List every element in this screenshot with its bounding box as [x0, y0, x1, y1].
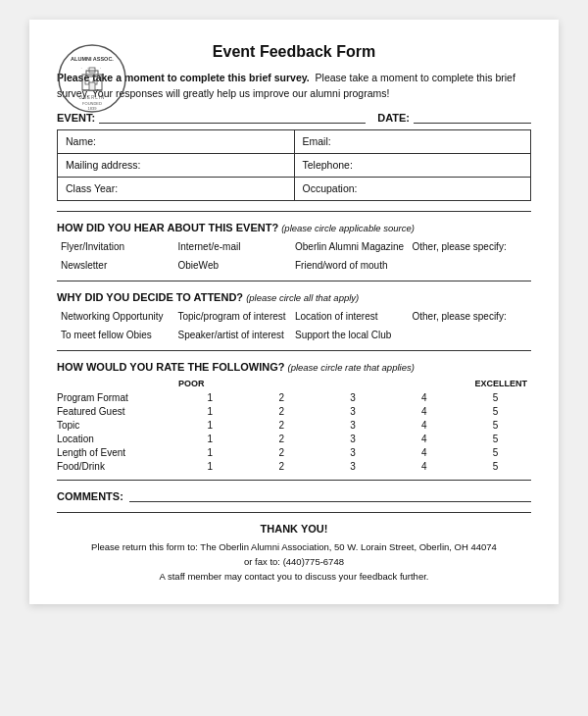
list-item[interactable]: Newsletter	[61, 258, 176, 273]
rating-option[interactable]: 1	[200, 434, 220, 444]
rating-option[interactable]: 1	[200, 392, 220, 403]
section2-note: (please circle all that apply)	[246, 292, 359, 303]
rating-option[interactable]: 1	[200, 420, 220, 431]
list-item[interactable]: To meet fellow Obies	[61, 328, 176, 342]
list-item[interactable]: Internet/e-mail	[178, 239, 294, 254]
list-item[interactable]: Topic/program of interest	[178, 309, 294, 324]
list-item[interactable]: ObieWeb	[178, 258, 294, 273]
rating-row-food: Food/Drink 1 2 3 4 5	[57, 461, 531, 472]
rating-item-label: Food/Drink	[57, 461, 174, 472]
svg-rect-9	[89, 82, 95, 90]
logo-area: ALUMNI ASSOC. · · · · OBERLIN FOUNDED 18…	[57, 43, 127, 116]
divider-3	[57, 350, 531, 351]
rating-numbers: 1 2 3 4 5	[174, 406, 531, 417]
form-title: Event Feedback Form	[57, 43, 531, 61]
section3-title: HOW WOULD YOU RATE THE FOLLOWING? (pleas…	[57, 361, 531, 373]
rating-item-label: Length of Event	[57, 447, 174, 458]
list-item[interactable]: Location of interest	[295, 309, 411, 324]
logo-icon: ALUMNI ASSOC. · · · · OBERLIN FOUNDED 18…	[57, 43, 127, 114]
rating-option[interactable]: 5	[486, 420, 506, 431]
list-item	[413, 258, 528, 273]
footer-line3: A staff member may contact you to discus…	[57, 569, 531, 584]
rating-option[interactable]: 2	[271, 447, 291, 458]
list-item[interactable]: Other, please specify:	[413, 309, 528, 324]
form-header: ALUMNI ASSOC. · · · · OBERLIN FOUNDED 18…	[57, 43, 531, 61]
svg-text:OBERLIN: OBERLIN	[79, 95, 106, 100]
rating-option[interactable]: 4	[415, 447, 434, 458]
rating-option[interactable]: 1	[200, 461, 220, 472]
rating-numbers: 1 2 3 4 5	[174, 447, 531, 458]
rating-option[interactable]: 5	[486, 434, 506, 444]
list-item[interactable]: Speaker/artist of interest	[178, 328, 294, 342]
list-item[interactable]: Networking Opportunity	[61, 309, 176, 324]
rating-option[interactable]: 2	[271, 406, 291, 417]
section2-options: Networking Opportunity Topic/program of …	[57, 309, 531, 342]
event-input-line[interactable]	[99, 110, 366, 124]
rating-option[interactable]: 4	[415, 434, 434, 444]
rating-option[interactable]: 3	[343, 420, 363, 431]
rating-option[interactable]: 2	[271, 392, 291, 403]
rating-option[interactable]: 4	[415, 420, 434, 431]
rating-option[interactable]: 5	[486, 447, 506, 458]
email-field[interactable]: Email:	[294, 129, 531, 153]
occupation-field[interactable]: Occupation:	[294, 177, 531, 200]
rating-row-topic: Topic 1 2 3 4 5	[57, 420, 531, 431]
svg-rect-4	[86, 71, 98, 77]
rating-item-label: Location	[57, 434, 174, 444]
name-field[interactable]: Name:	[58, 129, 295, 153]
rating-option[interactable]: 2	[271, 434, 291, 444]
rating-section: POOR EXCELLENT Program Format 1 2 3 4 5 …	[57, 379, 531, 472]
rating-row-program: Program Format 1 2 3 4 5	[57, 392, 531, 403]
section1-options: Flyer/Invitation Internet/e-mail Oberlin…	[57, 239, 531, 273]
rating-option[interactable]: 3	[343, 461, 363, 472]
rating-option[interactable]: 3	[343, 406, 363, 417]
rating-item-label: Featured Guest	[57, 406, 174, 417]
rating-option[interactable]: 3	[343, 447, 363, 458]
section1-note: (please circle applicable source)	[281, 223, 415, 233]
event-date-row: EVENT: DATE:	[57, 110, 531, 124]
divider-1	[57, 211, 531, 212]
rating-option[interactable]: 5	[486, 406, 506, 417]
svg-text:· · · ·: · · · ·	[81, 66, 104, 71]
rating-option[interactable]: 3	[343, 392, 363, 403]
rating-option[interactable]: 2	[271, 461, 291, 472]
list-item[interactable]: Friend/word of mouth	[295, 258, 411, 273]
list-item	[413, 328, 528, 342]
list-item[interactable]: Oberlin Alumni Magazine	[295, 239, 411, 254]
rating-row-length: Length of Event 1 2 3 4 5	[57, 447, 531, 458]
rating-option[interactable]: 5	[486, 392, 506, 403]
rating-option[interactable]: 1	[200, 447, 220, 458]
excellent-label: EXCELLENT	[474, 379, 527, 388]
svg-text:ALUMNI ASSOC.: ALUMNI ASSOC.	[71, 56, 114, 62]
rating-option[interactable]: 4	[415, 392, 434, 403]
telephone-field[interactable]: Telephone:	[294, 153, 531, 177]
class-year-field[interactable]: Class Year:	[58, 177, 295, 200]
rating-option[interactable]: 2	[271, 420, 291, 431]
svg-rect-7	[85, 80, 89, 84]
footer-line1: Please return this form to: The Oberlin …	[57, 539, 531, 554]
rating-item-label: Program Format	[57, 392, 174, 403]
rating-option[interactable]: 3	[343, 434, 363, 444]
list-item[interactable]: Other, please specify:	[413, 239, 528, 254]
rating-row-location: Location 1 2 3 4 5	[57, 434, 531, 444]
list-item[interactable]: Flyer/Invitation	[61, 239, 176, 254]
date-input-line[interactable]	[414, 110, 531, 124]
poor-label: POOR	[178, 379, 205, 388]
rating-option[interactable]: 1	[200, 406, 220, 417]
comments-input-line[interactable]	[129, 488, 531, 502]
rating-item-label: Topic	[57, 420, 174, 431]
rating-option[interactable]: 4	[415, 461, 434, 472]
divider-4	[57, 480, 531, 481]
list-item[interactable]: Support the local Club	[295, 328, 411, 342]
rating-header: POOR EXCELLENT	[57, 379, 531, 390]
rating-numbers: 1 2 3 4 5	[174, 392, 531, 403]
address-field[interactable]: Mailing address:	[58, 153, 295, 177]
svg-text:1839: 1839	[88, 106, 98, 111]
rating-option[interactable]: 4	[415, 406, 434, 417]
table-row: Class Year: Occupation:	[58, 177, 531, 200]
rating-numbers: 1 2 3 4 5	[174, 434, 531, 444]
form-page: ALUMNI ASSOC. · · · · OBERLIN FOUNDED 18…	[29, 20, 559, 604]
intro-text: Please take a moment to complete this br…	[57, 71, 531, 102]
divider-2	[57, 281, 531, 281]
rating-option[interactable]: 5	[486, 461, 506, 472]
